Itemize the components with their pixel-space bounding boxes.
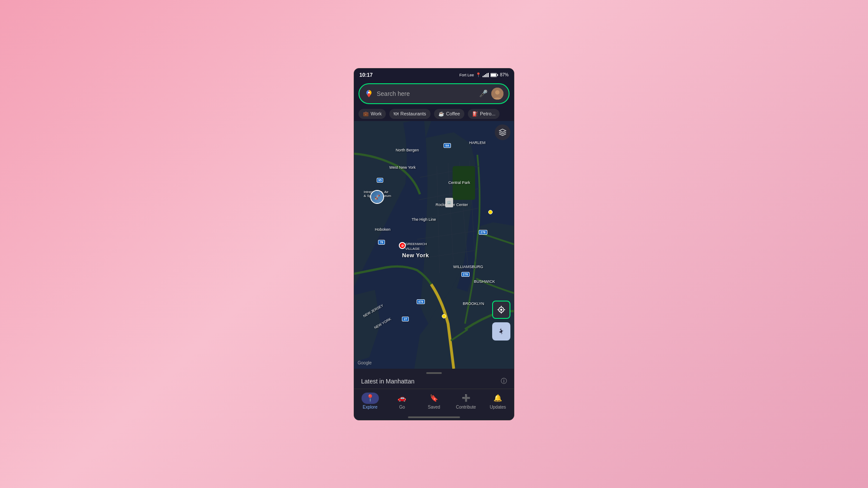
phone-frame: 10:17 Fort Lee 📍 87% <box>354 68 514 420</box>
directions-icon <box>497 327 506 336</box>
chip-petrol-label: Petro... <box>480 111 495 116</box>
google-watermark: Google <box>358 360 372 365</box>
highway-95-badge: 95 <box>377 178 384 183</box>
sheet-handle <box>426 372 442 374</box>
battery-percent: 87% <box>500 72 509 77</box>
restaurants-icon: 🍽 <box>394 111 398 116</box>
sheet-title-row: Latest in Manhattan ⓘ <box>361 377 507 385</box>
updates-icon: 🔔 <box>493 394 502 402</box>
search-placeholder[interactable]: Search here <box>377 90 476 97</box>
chip-work-label: Work <box>371 111 381 116</box>
updates-label: Updates <box>490 405 506 409</box>
highway-478-badge: 478 <box>417 299 425 304</box>
intrepid-pin-image: 🚀 <box>371 191 383 203</box>
battery-icon <box>490 73 498 77</box>
highway-27-badge: 27 <box>402 317 409 321</box>
svg-point-10 <box>495 90 500 95</box>
bottom-sheet: Latest in Manhattan ⓘ <box>354 369 514 389</box>
status-location: Fort Lee <box>459 73 474 77</box>
highway-9a-badge: 9A <box>444 143 451 148</box>
layer-button[interactable] <box>495 124 510 140</box>
chip-work[interactable]: 💼 Work <box>358 109 386 119</box>
saved-icon-wrap: 🔖 <box>425 393 443 404</box>
go-icon: 🚗 <box>398 394 406 402</box>
go-icon-wrap: 🚗 <box>393 393 411 404</box>
nav-explore[interactable]: 📍 Explore <box>357 393 383 409</box>
go-label: Go <box>399 405 405 409</box>
user-avatar[interactable] <box>491 88 503 100</box>
map-area[interactable]: 🚀 🏢 ⊘ 95 78 278 9A 278 478 27 North Berg… <box>354 121 514 369</box>
updates-icon-wrap: 🔔 <box>489 393 506 404</box>
nav-go[interactable]: 🚗 Go <box>389 393 415 409</box>
status-bar: 10:17 Fort Lee 📍 87% <box>354 69 514 81</box>
explore-label: Explore <box>363 405 378 409</box>
contribute-icon: ➕ <box>462 394 470 402</box>
svg-rect-0 <box>483 76 483 77</box>
svg-point-26 <box>500 308 503 311</box>
nav-contribute[interactable]: ➕ Contribute <box>453 393 479 409</box>
sheet-title: Latest in Manhattan <box>361 378 414 385</box>
svg-rect-6 <box>497 74 498 76</box>
explore-icon-wrap: 📍 <box>362 393 379 404</box>
layers-icon <box>499 128 506 136</box>
petrol-icon: ⛽ <box>472 111 478 117</box>
explore-icon: 📍 <box>366 394 375 402</box>
rockefeller-pin: 🏢 <box>445 198 453 207</box>
home-indicator <box>354 416 514 420</box>
sheet-info-icon[interactable]: ⓘ <box>501 377 507 385</box>
highway-278b-badge: 278 <box>461 272 470 277</box>
coffee-icon: ☕ <box>438 111 444 117</box>
direction-button[interactable] <box>492 322 510 341</box>
svg-rect-3 <box>487 73 487 77</box>
work-icon: 💼 <box>363 111 369 117</box>
saved-label: Saved <box>428 405 440 409</box>
chip-coffee[interactable]: ☕ Coffee <box>434 109 464 119</box>
svg-rect-2 <box>485 74 486 77</box>
chip-coffee-label: Coffee <box>446 111 460 116</box>
chip-restaurants[interactable]: 🍽 Restaurants <box>389 109 430 119</box>
location-button[interactable] <box>492 301 510 319</box>
google-maps-logo <box>365 89 373 98</box>
highway-78-badge: 78 <box>378 240 385 245</box>
location-pin-icon: 📍 <box>476 72 481 77</box>
saved-icon: 🔖 <box>430 394 438 402</box>
bottom-nav: 📍 Explore 🚗 Go 🔖 Saved ➕ Contribute 🔔 <box>354 389 514 416</box>
contribute-icon-wrap: ➕ <box>457 393 475 404</box>
nav-saved[interactable]: 🔖 Saved <box>421 393 447 409</box>
intrepid-pin: 🚀 <box>370 190 384 204</box>
contribute-label: Contribute <box>456 405 476 409</box>
status-time: 10:17 <box>359 72 373 78</box>
highway-278-badge: 278 <box>479 230 487 235</box>
nav-updates[interactable]: 🔔 Updates <box>485 393 511 409</box>
status-right: Fort Lee 📍 87% <box>459 72 509 77</box>
category-bar: 💼 Work 🍽 Restaurants ☕ Coffee ⛽ Petro... <box>354 107 514 121</box>
chip-restaurants-label: Restaurants <box>400 111 426 116</box>
search-bar-wrapper: Search here 🎤 <box>354 81 514 107</box>
home-bar <box>408 416 460 418</box>
svg-rect-1 <box>484 75 485 77</box>
microphone-icon[interactable]: 🎤 <box>479 89 488 98</box>
svg-rect-7 <box>491 74 496 76</box>
location-target-icon <box>497 305 506 314</box>
svg-rect-25 <box>453 166 475 200</box>
chip-petrol[interactable]: ⛽ Petro... <box>468 109 500 119</box>
search-bar[interactable]: Search here 🎤 <box>358 83 510 104</box>
signal-icon <box>483 73 489 77</box>
svg-rect-4 <box>488 73 489 77</box>
svg-point-8 <box>368 92 370 93</box>
